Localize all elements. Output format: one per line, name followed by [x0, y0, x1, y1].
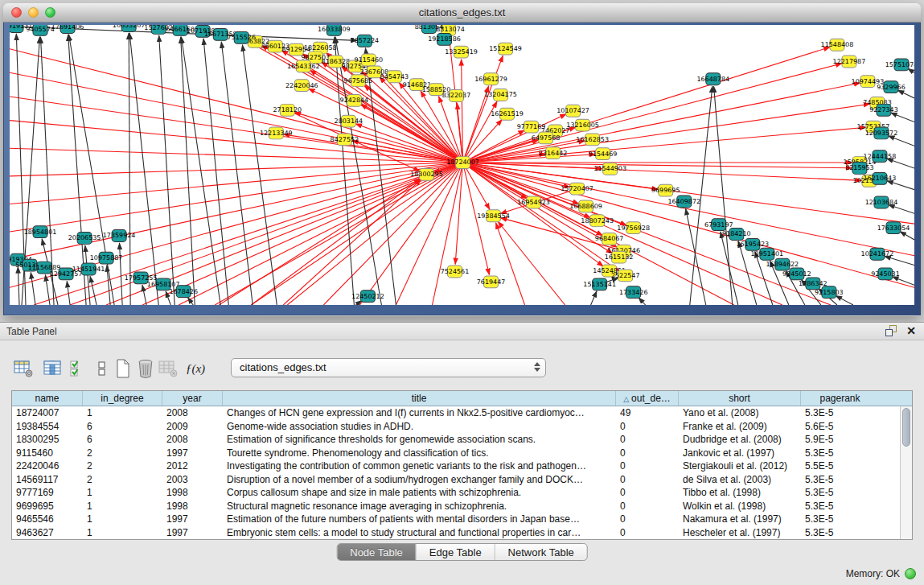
- table-row[interactable]: 946554611997Estimation of the future num…: [12, 513, 912, 526]
- node-label: 8322037: [442, 93, 471, 100]
- network-node[interactable]: 7524561: [441, 266, 470, 278]
- table-row[interactable]: 1872400712008Changes of HCN gene express…: [12, 406, 912, 420]
- table-row[interactable]: 911546021997Tourette syndrome. Phenomeno…: [12, 447, 912, 460]
- node-label: 9215803: [815, 289, 844, 296]
- network-node[interactable]: 15720407: [561, 183, 593, 195]
- network-node[interactable]: 1733426: [619, 286, 648, 299]
- new-document-icon[interactable]: [111, 356, 135, 381]
- table-settings-icon[interactable]: [11, 356, 35, 381]
- network-node[interactable]: 18807243: [581, 215, 614, 227]
- network-node[interactable]: 16261519: [491, 108, 524, 120]
- node-label: 1615132: [605, 253, 634, 261]
- node-label: 12217987: [833, 58, 866, 65]
- network-node[interactable]: 2522547: [611, 270, 640, 282]
- network-edge: [215, 163, 462, 305]
- import-table-icon[interactable]: [156, 356, 180, 381]
- close-panel-icon[interactable]: ✕: [906, 325, 916, 336]
- network-node[interactable]: 9699695: [651, 184, 680, 196]
- network-node[interactable]: 16162853: [576, 134, 609, 146]
- node-label: 22420046: [285, 82, 318, 89]
- network-node[interactable]: 10975887: [90, 252, 123, 264]
- table-cell: Corpus callosum shape and size in male p…: [223, 486, 616, 500]
- network-node[interactable]: 12450212: [351, 290, 384, 303]
- table-row[interactable]: 969969511998Structural magnetic resonanc…: [12, 500, 912, 513]
- network-node[interactable]: 1678426: [169, 286, 198, 298]
- network-node[interactable]: 19218586: [428, 33, 461, 45]
- delete-icon[interactable]: [133, 356, 158, 381]
- network-node[interactable]: 19756928: [617, 222, 650, 234]
- node-label: 15751074: [885, 61, 914, 68]
- table-row[interactable]: 946362711997Embryonic stem cells: a mode…: [12, 526, 912, 540]
- node-label: 7515526: [227, 34, 256, 41]
- column-header-title[interactable]: title: [223, 391, 616, 406]
- node-label: 9699695: [651, 187, 680, 194]
- network-node[interactable]: 9684067: [595, 233, 624, 245]
- table-cell: 9777169: [12, 486, 83, 500]
- network-node[interactable]: 6497568: [532, 132, 561, 144]
- column-header-name[interactable]: name: [12, 391, 83, 406]
- table-row[interactable]: 1456911722003Disruption of a novel membe…: [12, 473, 912, 487]
- network-node[interactable]: 7857224: [351, 35, 380, 47]
- network-node[interactable]: 9329966: [877, 81, 906, 93]
- tab-node-table[interactable]: Node Table: [337, 544, 417, 560]
- node-label: 16210643: [864, 175, 897, 182]
- table-row[interactable]: 977716911998Corpus callosum shape and si…: [12, 486, 912, 500]
- network-node[interactable]: 13204175: [484, 89, 517, 101]
- table-row[interactable]: 1830029562008Estimation of significance …: [12, 433, 912, 447]
- function-builder-icon[interactable]: ƒ(x): [183, 356, 207, 381]
- column-select-icon[interactable]: [40, 356, 64, 381]
- network-node[interactable]: 8322037: [442, 90, 471, 102]
- table-selector-dropdown[interactable]: citations_edges.txt: [231, 358, 546, 377]
- network-node[interactable]: 22420046: [285, 80, 318, 92]
- network-node[interactable]: 13216005: [566, 119, 599, 131]
- node-label: 10241672: [861, 250, 894, 257]
- table-row[interactable]: 2242004622012Investigating the contribut…: [12, 459, 912, 473]
- network-canvas[interactable]: 1872400786601238912954182260589827503165…: [10, 25, 914, 305]
- tab-edge-table[interactable]: Edge Table: [417, 544, 495, 560]
- network-node[interactable]: 1615132: [605, 251, 634, 263]
- network-node[interactable]: 15135141: [583, 278, 616, 290]
- network-node[interactable]: 9405574: [26, 25, 55, 35]
- row-select-icon[interactable]: [66, 356, 90, 381]
- scrollbar-thumb[interactable]: [902, 408, 910, 447]
- table-cell: 5.3E-5: [801, 513, 879, 526]
- tab-network-table[interactable]: Network Table: [495, 544, 587, 560]
- network-node[interactable]: 19384554: [477, 210, 510, 222]
- network-node[interactable]: 9154469: [589, 148, 618, 160]
- column-header-short[interactable]: short: [679, 391, 801, 406]
- table-cell: 0: [616, 459, 679, 473]
- node-label: 19384554: [477, 212, 510, 220]
- column-header-pagerank[interactable]: pagerank: [801, 391, 879, 406]
- network-edge: [251, 163, 462, 305]
- network-edge: [686, 208, 706, 305]
- network-node[interactable]: 16033809: [318, 25, 351, 35]
- network-edge: [463, 47, 831, 163]
- column-header-out_de[interactable]: △out_de…: [616, 391, 679, 406]
- network-node[interactable]: 20206535: [68, 233, 101, 245]
- network-node[interactable]: 12217987: [833, 56, 866, 68]
- network-node[interactable]: 16961279: [474, 73, 507, 85]
- network-node[interactable]: 13325419: [445, 46, 478, 58]
- network-node[interactable]: 7619447: [477, 276, 506, 288]
- network-node[interactable]: 18954801: [24, 226, 57, 238]
- network-node[interactable]: 11548408: [821, 39, 854, 51]
- network-node[interactable]: 16648784: [696, 73, 729, 85]
- table-scrollbar[interactable]: [900, 406, 912, 539]
- network-node[interactable]: 17691406: [51, 25, 84, 33]
- network-node[interactable]: 17633054: [877, 222, 910, 234]
- network-node[interactable]: 6793197: [704, 219, 733, 231]
- network-node[interactable]: 17359924: [103, 230, 136, 242]
- network-node[interactable]: 10241672: [861, 248, 894, 260]
- column-header-year[interactable]: year: [162, 391, 223, 406]
- network-node[interactable]: 8215953: [845, 163, 874, 175]
- node-label: 9405574: [26, 26, 55, 33]
- network-node[interactable]: 15751074: [885, 59, 914, 71]
- table-row[interactable]: 1938455462009Genome-wide association stu…: [12, 420, 912, 434]
- window-titlebar[interactable]: citations_edges.txt: [3, 3, 921, 23]
- network-node[interactable]: 9215803: [815, 286, 844, 299]
- network-node[interactable]: 15124549: [489, 43, 522, 55]
- column-header-in_degree[interactable]: in_degree: [83, 391, 162, 406]
- network-node[interactable]: 11544903: [593, 163, 626, 175]
- float-panel-icon[interactable]: [885, 325, 897, 336]
- network-node[interactable]: 10107427: [556, 105, 589, 117]
